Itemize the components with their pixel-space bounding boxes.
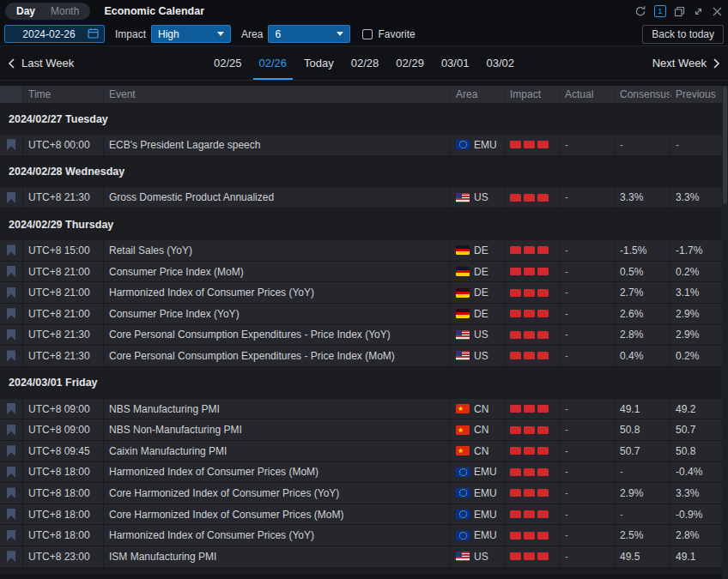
table-row[interactable]: UTC+8 09:00 NBS Non-Manufacturing PMI CN… bbox=[0, 419, 722, 441]
bookmark-icon[interactable] bbox=[7, 192, 15, 203]
actual-value: - bbox=[559, 419, 614, 440]
event-area: DE bbox=[450, 304, 504, 324]
bookmark-icon[interactable] bbox=[7, 445, 15, 456]
panel-count-badge[interactable]: 1 bbox=[654, 5, 666, 17]
event-time: UTC+8 21:30 bbox=[22, 346, 103, 366]
bookmark-icon[interactable] bbox=[7, 244, 15, 256]
bookmark-icon[interactable] bbox=[7, 266, 15, 277]
consensus-value: 2.7% bbox=[614, 282, 670, 303]
event-time: UTC+8 18:00 bbox=[22, 504, 103, 525]
favorite-checkbox[interactable] bbox=[362, 29, 373, 39]
event-area: EMU bbox=[450, 135, 504, 155]
event-area: EMU bbox=[450, 525, 504, 546]
week-day-tab[interactable]: 03/01 bbox=[435, 46, 476, 80]
bookmark-icon[interactable] bbox=[7, 329, 15, 341]
back-to-today-button[interactable]: Back to today bbox=[642, 25, 724, 44]
country-flag-icon bbox=[456, 446, 470, 455]
actual-value: - bbox=[559, 399, 614, 419]
table-row[interactable]: UTC+8 09:00 NBS Manufacturing PMI CN - 4… bbox=[0, 399, 722, 420]
actual-value: - bbox=[559, 240, 614, 261]
calendar-icon[interactable] bbox=[88, 27, 99, 41]
week-day-tab[interactable]: 02/29 bbox=[390, 46, 430, 80]
event-area: US bbox=[450, 346, 504, 366]
bookmark-icon[interactable] bbox=[7, 403, 15, 414]
impact-cell bbox=[504, 441, 559, 461]
consensus-value: 0.4% bbox=[614, 346, 670, 366]
event-time: UTC+8 00:00 bbox=[22, 135, 103, 155]
refresh-icon[interactable] bbox=[634, 5, 646, 17]
event-time: UTC+8 09:00 bbox=[22, 419, 103, 440]
scrollbar-thumb[interactable] bbox=[723, 86, 727, 204]
impact-cell bbox=[504, 546, 559, 567]
bookmark-icon[interactable] bbox=[7, 139, 15, 150]
table-row[interactable]: UTC+8 00:00 ECB's President Lagarde spee… bbox=[0, 135, 722, 156]
col-previous: Previous bbox=[670, 86, 722, 103]
bookmark-icon[interactable] bbox=[7, 487, 15, 498]
previous-value: -0.9% bbox=[670, 504, 722, 525]
event-time: UTC+8 21:00 bbox=[22, 304, 103, 324]
tab-month[interactable]: Month bbox=[43, 3, 87, 20]
date-group-header: 2024/03/01 Friday bbox=[0, 367, 722, 399]
tab-day[interactable]: Day bbox=[9, 3, 43, 20]
table-row[interactable]: UTC+8 21:30 Gross Domestic Product Annua… bbox=[0, 188, 722, 209]
col-time: Time bbox=[22, 86, 103, 103]
bookmark-icon[interactable] bbox=[7, 467, 15, 478]
bookmark-icon[interactable] bbox=[7, 425, 15, 436]
restore-window-icon[interactable] bbox=[674, 6, 685, 17]
bookmark-icon[interactable] bbox=[7, 350, 15, 361]
table-row[interactable]: UTC+8 23:00 ISM Manufacturing PMI US - 4… bbox=[0, 546, 722, 568]
week-day-tab[interactable]: 02/26 bbox=[253, 46, 294, 80]
date-picker[interactable]: 2024-02-26 bbox=[4, 25, 105, 43]
table-row[interactable]: UTC+8 21:00 Consumer Price Index (MoM) D… bbox=[0, 262, 722, 283]
event-name: Retail Sales (YoY) bbox=[103, 240, 450, 261]
area-label: Area bbox=[241, 28, 263, 40]
bookmark-icon[interactable] bbox=[7, 287, 15, 299]
table-row[interactable]: UTC+8 09:45 Caixin Manufacturing PMI CN … bbox=[0, 441, 722, 462]
event-name: Core Personal Consumption Expenditures -… bbox=[103, 325, 450, 346]
col-consensus: Consensus bbox=[614, 86, 670, 103]
table-row[interactable]: UTC+8 18:00 Core Harmonized Index of Con… bbox=[0, 483, 722, 504]
table-row[interactable]: UTC+8 21:00 Consumer Price Index (YoY) D… bbox=[0, 304, 722, 325]
event-time: UTC+8 23:00 bbox=[22, 546, 103, 567]
area-select[interactable]: 6 bbox=[268, 25, 350, 43]
week-day-tab[interactable]: 02/25 bbox=[208, 46, 248, 80]
impact-select[interactable]: High bbox=[151, 25, 231, 43]
table-row[interactable]: UTC+8 18:00 Harmonized Index of Consumer… bbox=[0, 462, 722, 484]
table-row[interactable]: UTC+8 18:00 Harmonized Index of Consumer… bbox=[0, 525, 722, 546]
event-area: CN bbox=[450, 441, 504, 461]
next-week-button[interactable]: Next Week bbox=[645, 57, 728, 69]
close-icon[interactable] bbox=[712, 6, 723, 17]
impact-label: Impact bbox=[115, 28, 146, 40]
consensus-value: 2.8% bbox=[614, 325, 670, 346]
event-time: UTC+8 18:00 bbox=[22, 525, 103, 546]
table-row[interactable]: UTC+8 21:30 Core Personal Consumption Ex… bbox=[0, 325, 722, 347]
table-row[interactable]: UTC+8 21:00 Harmonized Index of Consumer… bbox=[0, 282, 722, 304]
week-day-tab[interactable]: 02/28 bbox=[345, 46, 385, 80]
table-row[interactable]: UTC+8 18:00 Core Harmonized Index of Con… bbox=[0, 504, 722, 526]
expand-icon[interactable] bbox=[693, 6, 704, 17]
country-flag-icon bbox=[456, 531, 470, 540]
impact-select-value: High bbox=[158, 28, 179, 40]
last-week-button[interactable]: Last Week bbox=[0, 57, 82, 69]
previous-value: 2.9% bbox=[670, 304, 722, 324]
actual-value: - bbox=[559, 262, 614, 282]
bookmark-icon[interactable] bbox=[7, 509, 15, 520]
consensus-value: 49.1 bbox=[614, 399, 670, 419]
table-row[interactable]: UTC+8 15:00 Retail Sales (YoY) DE - -1.5… bbox=[0, 240, 722, 262]
bookmark-icon[interactable] bbox=[7, 308, 15, 319]
week-day-tab[interactable]: 03/02 bbox=[480, 46, 520, 80]
bookmark-icon[interactable] bbox=[7, 551, 15, 562]
impact-cell bbox=[504, 483, 559, 504]
bookmark-icon[interactable] bbox=[7, 530, 15, 541]
impact-cell bbox=[504, 462, 559, 483]
event-name: Consumer Price Index (YoY) bbox=[103, 304, 450, 324]
actual-value: - bbox=[559, 441, 614, 461]
event-name: Caixin Manufacturing PMI bbox=[103, 441, 450, 461]
vertical-scrollbar[interactable] bbox=[722, 86, 728, 579]
table-row[interactable]: UTC+8 21:30 Core Personal Consumption Ex… bbox=[0, 346, 722, 367]
country-flag-icon bbox=[456, 267, 470, 276]
week-day-tab[interactable]: Today bbox=[298, 46, 340, 80]
chevron-down-icon bbox=[217, 32, 224, 36]
previous-value: 49.2 bbox=[670, 399, 722, 419]
actual-value: - bbox=[559, 483, 614, 504]
